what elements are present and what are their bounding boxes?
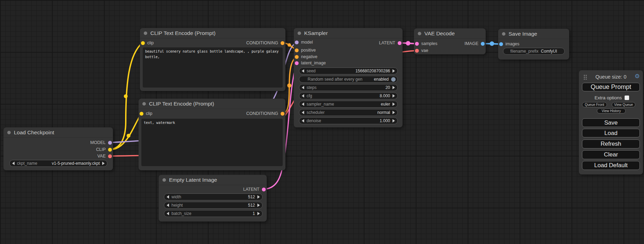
toggle-enabled-icon[interactable] (391, 77, 396, 82)
decrement-arrow-icon[interactable] (302, 94, 304, 98)
widget-label: Random seed after every gen (308, 77, 362, 82)
clip-port-icon[interactable] (141, 41, 145, 45)
node-title-bar[interactable]: CLIP Text Encode (Prompt) (139, 99, 285, 109)
collapse-dot-icon[interactable] (7, 131, 11, 134)
output-clip: CLIP (96, 146, 112, 153)
collapse-dot-icon[interactable] (298, 31, 301, 35)
image-port-icon[interactable] (499, 42, 503, 46)
decrement-arrow-icon[interactable] (167, 195, 169, 199)
steps-widget[interactable]: steps 20 (299, 84, 398, 91)
node-vae-decode[interactable]: VAE Decode samples vae IMAGE (414, 28, 486, 54)
port-label: vae (421, 48, 428, 53)
queue-prompt-button[interactable]: Queue Prompt (582, 83, 640, 91)
increment-arrow-icon[interactable] (392, 102, 395, 106)
image-port-icon[interactable] (481, 42, 485, 46)
wire-midpoint-dot (287, 83, 291, 88)
conditioning-port-icon[interactable] (281, 41, 284, 45)
decrement-arrow-icon[interactable] (302, 119, 304, 123)
decrement-arrow-icon[interactable] (302, 102, 304, 106)
random-seed-widget[interactable]: Random seed after every gen enabled (299, 76, 398, 83)
clear-button[interactable]: Clear (582, 150, 640, 159)
prompt-textarea[interactable]: text, watermark (141, 119, 283, 166)
vae-port-icon[interactable] (415, 49, 419, 53)
increment-arrow-icon[interactable] (392, 119, 395, 123)
latent-port-icon[interactable] (415, 42, 419, 46)
increment-arrow-icon[interactable] (257, 212, 260, 215)
load-button[interactable]: Load (582, 129, 640, 137)
model-port-icon[interactable] (108, 141, 112, 145)
clip-port-icon[interactable] (140, 112, 143, 116)
collapse-dot-icon[interactable] (162, 178, 166, 182)
decrement-arrow-icon[interactable] (302, 111, 304, 114)
clip-port-icon[interactable] (108, 148, 112, 152)
node-load-checkpoint[interactable]: Load Checkpoint MODEL CLIP VAE ckpt_name… (3, 127, 113, 170)
ckpt-name-widget[interactable]: ckpt_name v1-5-pruned-emaonly.ckpt (9, 160, 107, 167)
decrement-arrow-icon[interactable] (302, 86, 304, 89)
collapse-dot-icon[interactable] (142, 102, 146, 106)
prompt-textarea[interactable]: beautiful scenery nature glass bottle la… (143, 47, 283, 88)
node-title-bar[interactable]: CLIP Text Encode (Prompt) (140, 28, 285, 38)
node-ksampler[interactable]: KSampler model positive negative latent_… (294, 28, 403, 127)
extra-options-checkbox[interactable] (625, 96, 629, 100)
latent-port-icon[interactable] (262, 188, 266, 191)
output-image: IMAGE (465, 40, 485, 47)
increment-arrow-icon[interactable] (392, 69, 395, 73)
node-title-bar[interactable]: Load Checkpoint (3, 127, 113, 138)
port-label: latent_image (301, 61, 326, 65)
save-button[interactable]: Save (582, 118, 640, 127)
node-graph-canvas[interactable]: Load Checkpoint MODEL CLIP VAE ckpt_name… (0, 0, 644, 244)
cfg-widget[interactable]: cfg 8.000 (299, 92, 398, 99)
port-label: LATENT (379, 40, 395, 45)
height-widget[interactable]: height 512 (164, 202, 263, 209)
refresh-button[interactable]: Refresh (582, 139, 640, 148)
collapse-dot-icon[interactable] (418, 32, 421, 35)
sampler-name-widget[interactable]: sampler_name euler (299, 101, 398, 108)
node-title-bar[interactable]: Empty Latent Image (159, 175, 267, 185)
node-title-bar[interactable]: KSampler (294, 28, 403, 38)
increment-arrow-icon[interactable] (257, 195, 260, 199)
seed-widget[interactable]: seed 156680208700286 (299, 67, 398, 74)
model-port-icon[interactable] (295, 40, 299, 44)
increment-arrow-icon[interactable] (392, 86, 395, 89)
decrement-arrow-icon[interactable] (167, 204, 169, 207)
extra-options-row: Extra options (579, 95, 643, 100)
node-clip-text-encode-positive[interactable]: CLIP Text Encode (Prompt) clip CONDITION… (140, 28, 285, 91)
node-save-image[interactable]: Save Image images filename_prefix ComfyU… (498, 29, 569, 60)
denoise-widget[interactable]: denoise 1.000 (299, 117, 398, 124)
queue-front-button[interactable]: Queue Front (582, 102, 607, 107)
conditioning-port-icon[interactable] (295, 55, 299, 59)
decrement-arrow-icon[interactable] (302, 69, 304, 73)
latent-port-icon[interactable] (295, 61, 299, 65)
node-title: Save Image (509, 31, 537, 37)
decrement-arrow-icon[interactable] (167, 212, 169, 215)
node-title-bar[interactable]: VAE Decode (414, 28, 486, 39)
widget-value: 20 (386, 85, 390, 90)
increment-arrow-icon[interactable] (392, 111, 395, 114)
view-history-button[interactable]: View History (597, 108, 626, 114)
load-default-button[interactable]: Load Default (582, 161, 640, 170)
node-clip-text-encode-negative[interactable]: CLIP Text Encode (Prompt) clip CONDITION… (139, 99, 285, 170)
width-widget[interactable]: width 512 (164, 193, 263, 200)
wire-midpoint-dot (124, 94, 128, 98)
widget-value: v1-5-pruned-emaonly.ckpt (52, 161, 100, 166)
conditioning-port-icon[interactable] (295, 48, 299, 52)
latent-port-icon[interactable] (398, 41, 402, 45)
widget-label: batch_size (171, 211, 191, 216)
increment-arrow-icon[interactable] (102, 162, 105, 165)
increment-arrow-icon[interactable] (392, 94, 395, 98)
batch-size-widget[interactable]: batch_size 1 (164, 210, 263, 217)
node-empty-latent-image[interactable]: Empty Latent Image LATENT width 512 heig… (159, 175, 267, 222)
vae-port-icon[interactable] (108, 154, 112, 158)
port-label: samples (421, 41, 438, 46)
increment-arrow-icon[interactable] (257, 204, 260, 207)
node-title-bar[interactable]: Save Image (498, 29, 569, 39)
gear-icon[interactable]: ⚙ (635, 73, 640, 80)
scheduler-widget[interactable]: scheduler normal (299, 109, 398, 116)
decrement-arrow-icon[interactable] (12, 162, 15, 165)
view-queue-button[interactable]: View Queue (612, 102, 635, 107)
port-label: clip (146, 111, 152, 116)
filename-prefix-widget[interactable]: filename_prefix ComfyUI (503, 48, 565, 55)
collapse-dot-icon[interactable] (502, 32, 505, 36)
collapse-dot-icon[interactable] (144, 31, 147, 35)
conditioning-port-icon[interactable] (281, 112, 284, 116)
